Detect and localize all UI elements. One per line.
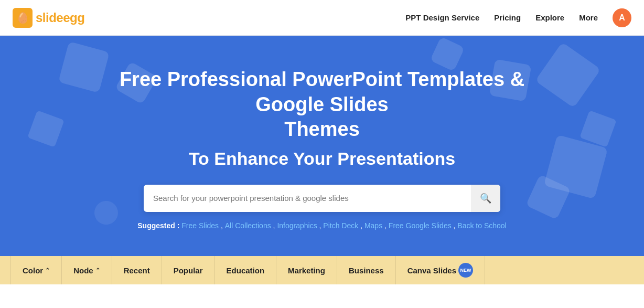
bottom-nav-recent[interactable]: Recent bbox=[112, 256, 162, 284]
suggested-link-back-to-school[interactable]: Back to School bbox=[457, 221, 506, 230]
bottom-nav-canva-slides[interactable]: Canva Slides NEW bbox=[396, 256, 485, 284]
nav-links: PPT Design Service Pricing Explore More … bbox=[405, 8, 631, 27]
search-button[interactable]: 🔍 bbox=[471, 185, 500, 212]
hero-section: Free Professional PowerPoint Templates &… bbox=[0, 36, 644, 256]
nav-ppt-design[interactable]: PPT Design Service bbox=[405, 13, 479, 22]
bottom-nav-color[interactable]: Color ⌃ bbox=[10, 256, 62, 284]
bottom-nav-education-label: Education bbox=[227, 266, 265, 275]
suggested-label: Suggested : bbox=[137, 221, 179, 230]
deco-shape-3 bbox=[430, 37, 465, 71]
suggested-link-infographics[interactable]: Infographics bbox=[277, 221, 317, 230]
bottom-nav-popular-label: Popular bbox=[174, 266, 203, 275]
bottom-navbar: Color ⌃ Node ⌃ Recent Popular Education … bbox=[0, 256, 644, 284]
suggested-link-free-google-slides[interactable]: Free Google Slides bbox=[389, 221, 452, 230]
suggested-link-free-slides[interactable]: Free Slides bbox=[181, 221, 219, 230]
search-icon: 🔍 bbox=[480, 193, 491, 204]
suggested-links: Free Slides , All Collections , Infograp… bbox=[181, 221, 506, 230]
bottom-nav-canva-slides-label: Canva Slides bbox=[407, 266, 456, 275]
bottom-nav-color-label: Color bbox=[23, 266, 43, 275]
navbar: 🥚 slideegg PPT Design Service Pricing Ex… bbox=[0, 0, 644, 36]
chevron-down-icon: ⌃ bbox=[95, 267, 100, 274]
suggested-link-maps[interactable]: Maps bbox=[364, 221, 382, 230]
suggested-link-pitch-deck[interactable]: Pitch Deck bbox=[323, 221, 358, 230]
nav-pricing[interactable]: Pricing bbox=[494, 13, 521, 22]
search-input[interactable] bbox=[144, 186, 471, 210]
deco-shape-6 bbox=[27, 110, 64, 147]
logo-text: slideegg bbox=[36, 10, 84, 25]
bottom-nav-business[interactable]: Business bbox=[337, 256, 396, 284]
bottom-nav-node[interactable]: Node ⌃ bbox=[62, 256, 112, 284]
logo[interactable]: 🥚 slideegg bbox=[13, 8, 84, 28]
nav-more[interactable]: More bbox=[579, 13, 598, 22]
new-badge: NEW bbox=[458, 263, 473, 278]
search-bar: 🔍 bbox=[144, 185, 500, 212]
bottom-nav-popular[interactable]: Popular bbox=[162, 256, 215, 284]
suggested-area: Suggested : Free Slides , All Collection… bbox=[13, 221, 631, 230]
chevron-down-icon: ⌃ bbox=[45, 267, 50, 274]
hero-title: Free Professional PowerPoint Templates &… bbox=[86, 67, 558, 142]
user-avatar[interactable]: A bbox=[613, 8, 631, 27]
bottom-nav-marketing[interactable]: Marketing bbox=[276, 256, 337, 284]
nav-explore[interactable]: Explore bbox=[535, 13, 564, 22]
bottom-nav-business-label: Business bbox=[349, 266, 384, 275]
bottom-nav-education[interactable]: Education bbox=[215, 256, 277, 284]
bottom-nav-node-label: Node bbox=[73, 266, 93, 275]
suggested-link-all-collections[interactable]: All Collections bbox=[225, 221, 271, 230]
bottom-nav-recent-label: Recent bbox=[124, 266, 150, 275]
bottom-nav-marketing-label: Marketing bbox=[288, 266, 325, 275]
hero-line2: To Enhance Your Presentations bbox=[13, 148, 631, 169]
logo-icon: 🥚 bbox=[13, 8, 33, 28]
